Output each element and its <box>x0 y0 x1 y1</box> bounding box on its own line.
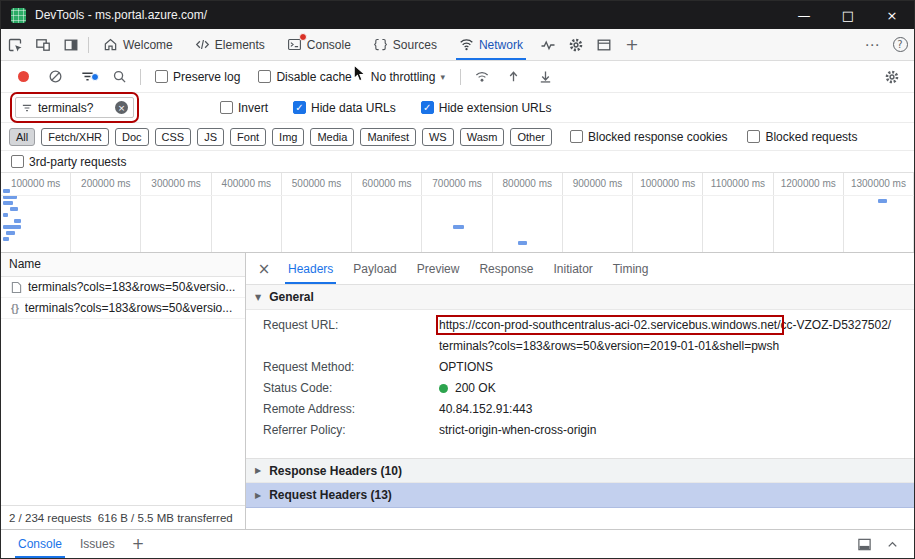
main-tabs: WelcomeElementsConsoleSourcesNetwork <box>92 29 534 60</box>
network-settings-gear-icon[interactable] <box>878 69 906 85</box>
type-chip-font[interactable]: Font <box>230 128 266 146</box>
tab-label: Network <box>479 38 523 52</box>
devtools-window: DevTools - ms.portal.azure.com/ — □ × We… <box>0 0 915 559</box>
detail-tab-initiator[interactable]: Initiator <box>543 253 602 284</box>
checkbox-icon[interactable]: ✓ <box>421 101 434 114</box>
minimize-button[interactable]: — <box>782 1 826 29</box>
third-party-label: 3rd-party requests <box>29 155 126 169</box>
timeline-bar <box>3 201 13 205</box>
clear-button[interactable] <box>41 69 69 84</box>
timeline-cell: 200000 ms <box>71 173 141 252</box>
more-menu-icon[interactable]: ⋯ <box>858 29 886 60</box>
request-headers-section-header[interactable]: ▶ Request Headers (13) <box>246 483 914 508</box>
settings-gear-icon[interactable] <box>562 29 590 60</box>
tab-sources[interactable]: Sources <box>362 29 448 60</box>
chevron-expanded-icon: ▼ <box>255 293 261 302</box>
checkbox-icon[interactable] <box>220 101 233 114</box>
timeline-label: 1100000 ms <box>711 178 765 252</box>
detail-tab-timing[interactable]: Timing <box>603 253 659 284</box>
tab-network[interactable]: Network <box>448 29 534 60</box>
filter-button[interactable] <box>73 69 101 84</box>
type-chip-all[interactable]: All <box>9 128 35 146</box>
error-count-badge <box>299 33 307 41</box>
hide-data-urls-checkbox[interactable]: ✓ Hide data URLs <box>293 101 396 115</box>
checkbox-icon[interactable] <box>570 130 583 143</box>
type-chip-fetch-xhr[interactable]: Fetch/XHR <box>41 128 109 146</box>
performance-icon[interactable] <box>534 29 562 60</box>
type-chip-other[interactable]: Other <box>510 128 552 146</box>
filter-input[interactable]: terminals? × <box>15 97 134 118</box>
add-drawer-tab-icon[interactable]: + <box>124 530 153 558</box>
close-button[interactable]: × <box>870 1 914 29</box>
request-row[interactable]: terminals?cols=183&rows=50&versio... <box>1 277 245 298</box>
checkbox-icon[interactable] <box>155 70 168 83</box>
general-row-label: Request Method: <box>246 357 439 378</box>
general-row-value: OPTIONS <box>439 357 914 378</box>
detail-tab-response[interactable]: Response <box>469 253 543 284</box>
general-section-header[interactable]: ▼ General <box>246 285 914 310</box>
tab-console[interactable]: Console <box>276 29 362 60</box>
checkbox-icon[interactable] <box>747 130 760 143</box>
timeline-cell: 1100000 ms <box>703 173 773 252</box>
maximize-button[interactable]: □ <box>826 1 870 29</box>
tab-elements[interactable]: Elements <box>184 29 276 60</box>
hide-extension-urls-checkbox[interactable]: ✓ Hide extension URLs <box>421 101 552 115</box>
type-chip-manifest[interactable]: Manifest <box>360 128 416 146</box>
timeline-bar <box>3 195 17 199</box>
type-chip-doc[interactable]: Doc <box>115 128 149 146</box>
type-chip-img[interactable]: Img <box>272 128 304 146</box>
checkbox-icon[interactable] <box>11 155 24 168</box>
type-chip-js[interactable]: JS <box>197 128 224 146</box>
chevron-down-icon: ▾ <box>440 72 445 82</box>
tab-welcome[interactable]: Welcome <box>92 29 184 60</box>
request-rows: terminals?cols=183&rows=50&versio...{}te… <box>1 277 245 319</box>
clear-filter-icon[interactable]: × <box>115 101 128 114</box>
name-column-header[interactable]: Name <box>1 253 245 277</box>
invert-checkbox[interactable]: Invert <box>220 101 268 115</box>
help-icon[interactable]: ? <box>886 29 914 60</box>
third-party-checkbox[interactable]: 3rd-party requests <box>11 155 126 169</box>
checkbox-icon[interactable]: ✓ <box>293 101 306 114</box>
add-tab-icon[interactable]: + <box>618 29 646 60</box>
search-button[interactable] <box>105 69 133 84</box>
blocked-requests-checkbox[interactable]: Blocked requests <box>747 130 857 144</box>
preserve-log-checkbox[interactable]: Preserve log <box>155 70 240 84</box>
titlebar: DevTools - ms.portal.azure.com/ — □ × <box>1 1 914 29</box>
drawer-tab-console[interactable]: Console <box>9 530 71 558</box>
response-headers-section-header[interactable]: ▶ Response Headers (10) <box>246 458 914 483</box>
detail-tab-headers[interactable]: Headers <box>278 253 343 284</box>
type-chip-media[interactable]: Media <box>310 128 354 146</box>
dock-side-icon[interactable] <box>57 29 85 60</box>
detail-tab-payload[interactable]: Payload <box>343 253 406 284</box>
drawer-tab-issues[interactable]: Issues <box>71 530 124 558</box>
general-section-title: General <box>269 290 314 304</box>
device-toolbar-icon[interactable] <box>29 29 57 60</box>
general-row-label: Request URL: <box>246 315 439 336</box>
dock-bottom-icon[interactable] <box>850 537 878 552</box>
divider <box>460 69 461 85</box>
tab-label: Elements <box>215 38 265 52</box>
type-chip-ws[interactable]: WS <box>422 128 454 146</box>
close-details-icon[interactable]: × <box>250 260 278 278</box>
inspect-icon[interactable] <box>1 29 29 60</box>
network-conditions-icon[interactable] <box>468 69 496 84</box>
response-headers-title: Response Headers (10) <box>269 464 402 478</box>
drawer-spacer <box>152 530 850 558</box>
expand-drawer-icon[interactable] <box>878 537 906 552</box>
request-row[interactable]: {}terminals?cols=183&rows=50&versio... <box>1 298 245 319</box>
export-har-icon[interactable] <box>532 69 560 84</box>
timeline-cell: 900000 ms <box>563 173 633 252</box>
throttling-select[interactable]: No throttling ▾ <box>371 70 445 84</box>
general-row: Remote Address:40.84.152.91:443 <box>246 399 914 420</box>
type-chip-css[interactable]: CSS <box>155 128 192 146</box>
import-har-icon[interactable] <box>500 69 528 84</box>
type-chip-wasm[interactable]: Wasm <box>460 128 505 146</box>
detail-tab-preview[interactable]: Preview <box>407 253 470 284</box>
disable-cache-checkbox[interactable]: Disable cache <box>258 70 351 84</box>
checkbox-icon[interactable] <box>258 70 271 83</box>
timeline-label: 600000 ms <box>362 178 411 252</box>
application-panel-icon[interactable] <box>590 29 618 60</box>
timeline-overview[interactable]: 100000 ms200000 ms300000 ms400000 ms5000… <box>1 173 914 253</box>
record-button[interactable] <box>9 71 37 82</box>
blocked-response-cookies-checkbox[interactable]: Blocked response cookies <box>570 130 727 144</box>
